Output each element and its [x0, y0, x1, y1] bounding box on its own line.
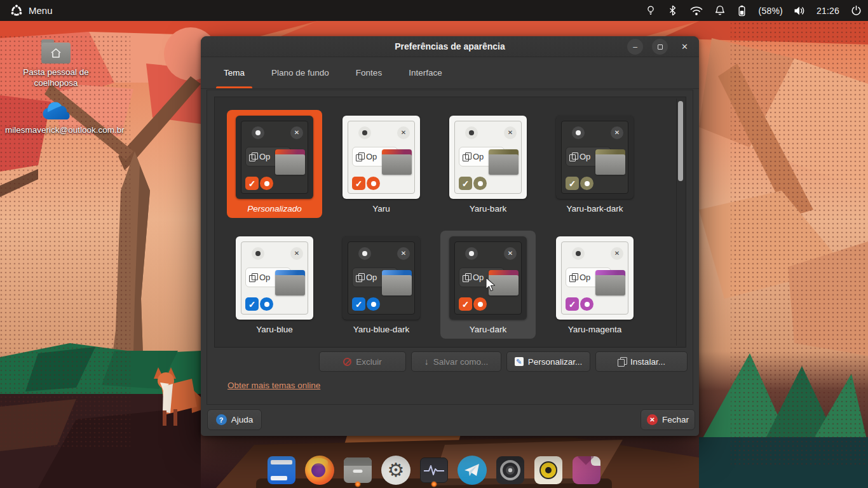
- window-titlebar[interactable]: Preferências de aparência – ✕: [201, 36, 699, 57]
- wifi-icon[interactable]: [689, 3, 703, 18]
- dock-item-image-viewer[interactable]: [571, 454, 602, 486]
- tab-plano-de-fundo[interactable]: Plano de fundo: [261, 57, 339, 88]
- clock[interactable]: 21:26: [817, 6, 839, 16]
- instalar-button[interactable]: Instalar...: [595, 351, 688, 372]
- theme-tile-yaru-magenta[interactable]: ✕ Op ✓ Yaru-magenta: [547, 231, 642, 339]
- bell-icon[interactable]: [714, 3, 726, 18]
- speaker-icon: [496, 456, 524, 484]
- mini-body: Op ✓: [455, 144, 521, 193]
- mini-titlebar: ✕: [562, 242, 628, 265]
- dock-item-firefox[interactable]: [304, 454, 335, 486]
- menu-label: Menu: [29, 5, 53, 16]
- mini-titlebar: ✕: [241, 121, 308, 144]
- desktop-icon-label: milesmaverick@outlook.com.br: [5, 125, 107, 136]
- firefox-icon: [305, 456, 334, 485]
- mini-body: Op ✓: [562, 144, 628, 193]
- mini-window: ✕ Op ✓: [241, 121, 308, 194]
- home-folder-icon: [41, 39, 71, 64]
- mini-close-icon: ✕: [504, 126, 517, 139]
- fechar-button[interactable]: ✕ Fechar: [641, 409, 695, 430]
- mini-titlebar: ✕: [348, 242, 414, 265]
- theme-tile-yaru-bark[interactable]: ✕ Op ✓ Yaru-bark: [440, 110, 536, 218]
- mini-menu-text: Op: [366, 152, 377, 161]
- theme-tile-personalizado[interactable]: ✕ Op ✓ Personalizado: [227, 110, 322, 218]
- mini-menu-text: Op: [473, 273, 484, 282]
- ubuntu-logo-icon: [10, 4, 23, 17]
- theme-name-label: Yaru: [334, 204, 429, 214]
- scrollbar[interactable]: [676, 98, 684, 346]
- dock-item-music-player[interactable]: [533, 454, 564, 486]
- top-panel: Menu: [0, 0, 868, 21]
- desktop-icon-label: Pasta pessoal de coelhoposa: [5, 67, 107, 89]
- mini-radio-button-icon: [358, 247, 371, 260]
- mini-radio-button-icon: [358, 126, 371, 139]
- dock-item-telegram[interactable]: [457, 454, 487, 486]
- volume-icon[interactable]: [794, 3, 806, 18]
- theme-name-label: Yaru-bark: [440, 204, 536, 214]
- power-icon[interactable]: [850, 3, 862, 18]
- get-more-themes-link[interactable]: Obter mais temas online: [227, 381, 320, 390]
- mini-radio-icon: [367, 297, 380, 311]
- documents-icon: [356, 273, 363, 281]
- dock-item-system-monitor[interactable]: [419, 454, 449, 486]
- mini-radio-button-icon: [465, 247, 478, 260]
- theme-tile-yaru-blue[interactable]: ✕ Op ✓ Yaru-blue: [227, 231, 322, 339]
- ajuda-button[interactable]: ? Ajuda: [207, 409, 262, 430]
- maximize-button[interactable]: [652, 39, 668, 55]
- mini-window: ✕ Op ✓: [348, 121, 415, 194]
- file-manager-icon: [344, 458, 372, 483]
- personalizar-button[interactable]: ✎ Personalizar...: [506, 351, 590, 372]
- mini-radio-icon: [260, 297, 273, 311]
- theme-tile-yaru-blue-dark[interactable]: ✕ Op ✓ Yaru-blue-dark: [334, 231, 429, 339]
- mini-menu-text: Op: [580, 152, 590, 161]
- theme-name-label: Yaru-bark-dark: [547, 204, 642, 214]
- desktop-icon-onedrive[interactable]: milesmaverick@outlook.com.br: [5, 98, 107, 136]
- mini-radio-icon: [473, 177, 487, 190]
- tab-interface[interactable]: Interface: [398, 57, 452, 88]
- onedrive-cloud-icon: [39, 98, 72, 121]
- theme-tile-yaru[interactable]: ✕ Op ✓ Yaru: [334, 110, 429, 218]
- theme-thumbnail: ✕ Op ✓: [556, 116, 634, 199]
- scrollbar-thumb[interactable]: [678, 101, 683, 181]
- dialog-bottom-bar: ? Ajuda ✕ Fechar: [201, 405, 699, 436]
- desktop-icon-home-folder[interactable]: Pasta pessoal de coelhoposa: [5, 39, 107, 89]
- documents-icon: [249, 273, 257, 281]
- dock-item-audio-player[interactable]: [495, 454, 526, 486]
- mouse-cursor: [485, 277, 499, 292]
- mini-checkbox-icon: ✓: [245, 177, 259, 190]
- theme-name-label: Personalizado: [227, 204, 322, 214]
- salvar-como-button[interactable]: ↓ Salvar como...: [411, 351, 501, 372]
- dock-item-file-manager[interactable]: [342, 454, 373, 486]
- mini-radio-button-icon: [252, 126, 264, 139]
- dock-item-files[interactable]: [266, 454, 297, 486]
- mini-radio-icon: [580, 297, 593, 311]
- close-window-button[interactable]: ✕: [677, 39, 693, 55]
- theme-thumbnail: ✕ Op ✓: [236, 116, 313, 199]
- mini-body: Op ✓: [562, 265, 628, 314]
- tab-tema[interactable]: Tema: [214, 57, 255, 88]
- bluetooth-icon[interactable]: [667, 3, 679, 18]
- theme-name-label: Yaru-dark: [440, 325, 536, 334]
- dock-item-settings[interactable]: ⚙: [381, 454, 411, 486]
- tab-fontes[interactable]: Fontes: [346, 57, 392, 88]
- mini-checkbox-icon: ✓: [352, 177, 365, 190]
- documents-icon: [569, 152, 577, 161]
- theme-tile-yaru-bark-dark[interactable]: ✕ Op ✓ Yaru-bark-dark: [547, 110, 642, 218]
- minimize-button[interactable]: –: [627, 39, 643, 55]
- battery-percentage[interactable]: (58%): [759, 6, 783, 16]
- documents-icon: [569, 273, 577, 281]
- lightbulb-icon[interactable]: [645, 3, 656, 18]
- forbidden-icon: [343, 358, 351, 366]
- mini-titlebar: ✕: [455, 242, 521, 265]
- mini-window: ✕ Op ✓: [561, 121, 628, 194]
- yellow-speaker-icon: [534, 456, 562, 484]
- menu-button[interactable]: Menu: [6, 3, 57, 18]
- mini-folder-icon: [382, 270, 412, 295]
- excluir-button[interactable]: Excluir: [319, 351, 406, 372]
- window-title: Preferências de aparência: [395, 41, 505, 51]
- mini-menu-text: Op: [259, 152, 270, 161]
- theme-thumbnail: ✕ Op ✓: [342, 236, 420, 320]
- help-question-icon: ?: [216, 414, 227, 425]
- battery-icon[interactable]: [736, 3, 748, 18]
- mini-checkbox-icon: ✓: [566, 177, 579, 190]
